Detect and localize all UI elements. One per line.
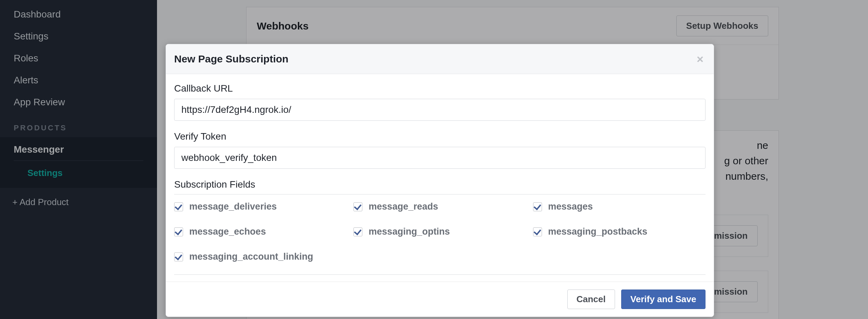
divider [174,194,706,194]
modal-body: Callback URL Verify Token Subscription F… [166,74,714,275]
divider [174,274,706,275]
verify-token-label: Verify Token [174,131,706,142]
check-label: message_deliveries [189,201,277,212]
close-icon[interactable]: × [697,53,703,65]
modal-title: New Page Subscription [174,53,288,65]
check-message-deliveries[interactable]: message_deliveries [174,201,347,212]
modal-footer: Cancel Verify and Save [166,282,714,317]
check-label: messages [548,201,593,212]
check-messages[interactable]: messages [533,201,706,212]
checkbox-icon[interactable] [533,202,542,211]
check-label: message_echoes [189,226,266,237]
check-label: message_reads [369,201,438,212]
check-label: messaging_optins [369,226,450,237]
verify-and-save-button[interactable]: Verify and Save [621,290,706,309]
checkbox-icon[interactable] [174,202,183,211]
checkbox-icon[interactable] [533,227,542,236]
new-page-subscription-modal: New Page Subscription × Callback URL Ver… [166,44,714,317]
check-label: messaging_account_linking [189,251,313,262]
subscription-fields-label: Subscription Fields [174,179,706,193]
check-label: messaging_postbacks [548,226,648,237]
check-messaging-account-linking[interactable]: messaging_account_linking [174,251,347,262]
callback-url-input[interactable] [174,99,706,121]
modal-header: New Page Subscription × [166,44,714,74]
checkbox-icon[interactable] [174,227,183,236]
check-message-reads[interactable]: message_reads [353,201,526,212]
verify-token-input[interactable] [174,147,706,169]
checkbox-icon[interactable] [353,227,362,236]
callback-url-label: Callback URL [174,83,706,94]
check-message-echoes[interactable]: message_echoes [174,226,347,237]
checkbox-icon[interactable] [353,202,362,211]
cancel-button[interactable]: Cancel [567,290,615,309]
check-messaging-optins[interactable]: messaging_optins [353,226,526,237]
checkbox-icon[interactable] [174,252,183,261]
subscription-fields-grid: message_deliveries message_reads message… [174,201,706,274]
check-messaging-postbacks[interactable]: messaging_postbacks [533,226,706,237]
